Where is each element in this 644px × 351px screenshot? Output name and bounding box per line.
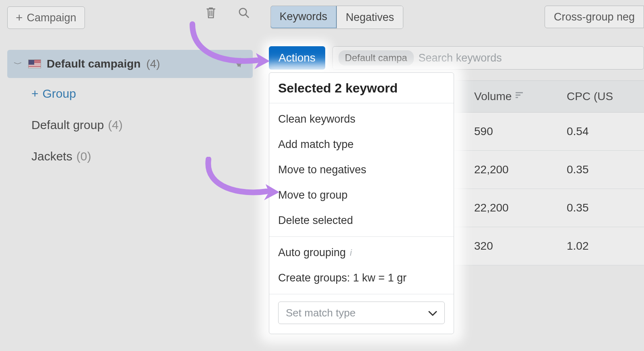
cell-cpc: 0.54 bbox=[559, 125, 644, 138]
action-auto-grouping-label: Auto grouping bbox=[278, 246, 346, 259]
action-add-match-type[interactable]: Add match type bbox=[269, 132, 454, 157]
group-count: (0) bbox=[76, 150, 91, 163]
cell-volume: 22,200 bbox=[467, 201, 559, 214]
chevron-down-icon: ﹀ bbox=[14, 60, 23, 68]
keywords-negatives-tabs: Keywords Negatives bbox=[270, 6, 403, 29]
cell-cpc: 0.35 bbox=[559, 201, 644, 214]
action-auto-grouping[interactable]: Auto grouping i bbox=[269, 240, 454, 265]
trash-icon[interactable] bbox=[203, 5, 219, 21]
cell-volume: 590 bbox=[467, 125, 559, 138]
svg-rect-3 bbox=[516, 94, 520, 96]
flag-us-icon bbox=[28, 60, 41, 68]
action-delete-selected[interactable]: Delete selected bbox=[269, 208, 454, 233]
chevron-down-icon bbox=[428, 307, 437, 319]
col-cpc[interactable]: CPC (US bbox=[567, 90, 613, 103]
svg-marker-5 bbox=[254, 53, 270, 69]
actions-dropdown: Selected 2 keyword Clean keywords Add ma… bbox=[269, 72, 454, 334]
actions-button[interactable]: Actions bbox=[269, 46, 325, 70]
cell-volume: 320 bbox=[467, 240, 559, 252]
tab-negatives[interactable]: Negatives bbox=[336, 6, 403, 29]
campaign-chip[interactable]: Default campa bbox=[339, 50, 414, 66]
campaign-sidebar: ﹀ Default campaign (4) + Group Default g… bbox=[7, 50, 253, 172]
action-move-to-group[interactable]: Move to group bbox=[269, 183, 454, 208]
action-create-groups[interactable]: Create groups: 1 kw = 1 gr bbox=[269, 265, 454, 291]
set-match-type-select[interactable]: Set match type bbox=[278, 302, 445, 324]
group-count: (4) bbox=[108, 118, 123, 132]
sidebar-group-item[interactable]: Default group (4) bbox=[7, 109, 253, 141]
plus-icon: + bbox=[31, 87, 39, 101]
svg-rect-2 bbox=[516, 92, 523, 93]
keyword-search[interactable]: Default campa bbox=[332, 46, 644, 70]
add-group-button[interactable]: + Group bbox=[7, 78, 253, 109]
cell-cpc: 0.35 bbox=[559, 163, 644, 176]
campaign-count: (4) bbox=[146, 57, 160, 70]
cell-cpc: 1.02 bbox=[559, 240, 644, 252]
dropdown-title: Selected 2 keyword bbox=[269, 73, 454, 103]
group-name: Default group bbox=[31, 118, 104, 132]
cell-volume: 22,200 bbox=[467, 163, 559, 176]
add-campaign-label: Campaign bbox=[27, 12, 76, 24]
gear-icon[interactable] bbox=[234, 57, 246, 72]
add-group-label: Group bbox=[43, 87, 76, 101]
tab-keywords[interactable]: Keywords bbox=[270, 6, 336, 28]
sort-desc-icon bbox=[516, 92, 524, 101]
plus-icon: + bbox=[16, 11, 23, 25]
campaign-row[interactable]: ﹀ Default campaign (4) bbox=[7, 50, 253, 78]
search-icon[interactable] bbox=[236, 5, 252, 21]
group-name: Jackets bbox=[31, 150, 72, 163]
sidebar-group-item[interactable]: Jackets (0) bbox=[7, 141, 253, 172]
svg-rect-4 bbox=[516, 97, 518, 98]
campaign-name: Default campaign bbox=[47, 57, 140, 70]
action-clean-keywords[interactable]: Clean keywords bbox=[269, 107, 454, 132]
set-match-type-placeholder: Set match type bbox=[286, 307, 355, 319]
info-icon: i bbox=[350, 248, 352, 258]
actions-row: Actions Default campa bbox=[269, 46, 644, 70]
action-move-to-negatives[interactable]: Move to negatives bbox=[269, 157, 454, 183]
cross-group-negatives-button[interactable]: Cross-group neg bbox=[545, 6, 644, 28]
col-volume[interactable]: Volume bbox=[474, 90, 512, 103]
search-input[interactable] bbox=[419, 52, 638, 64]
add-campaign-button[interactable]: + Campaign bbox=[7, 6, 85, 29]
